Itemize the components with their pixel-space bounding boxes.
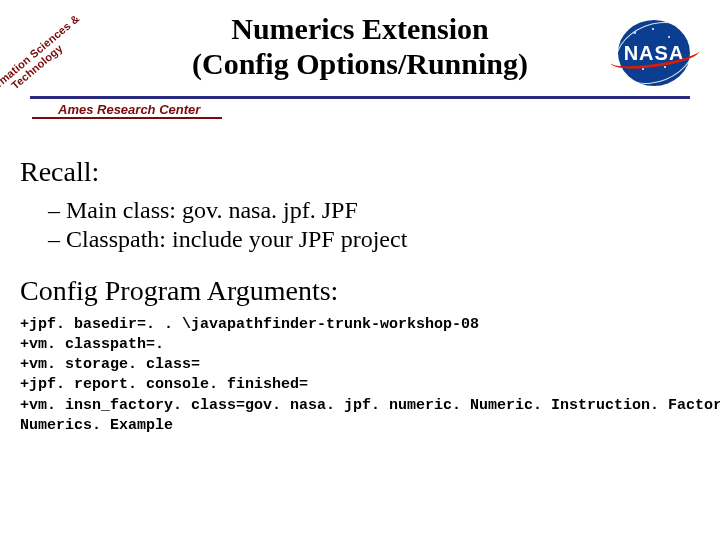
ames-underline — [32, 117, 222, 119]
header: Numerics Extension (Config Options/Runni… — [0, 0, 720, 124]
code-line: +vm. insn_factory. class=gov. nasa. jpf.… — [20, 397, 720, 414]
code-line: +vm. storage. class= — [20, 356, 200, 373]
code-line: Numerics. Example — [20, 417, 173, 434]
section-config-args: Config Program Arguments: — [20, 275, 700, 307]
nasa-logo-icon: NASA — [612, 18, 696, 88]
nasa-star — [652, 28, 654, 30]
config-args-code: +jpf. basedir=. . \javapathfinder-trunk-… — [20, 315, 700, 437]
code-line: +vm. classpath=. — [20, 336, 164, 353]
body: Recall: – Main class: gov. nasa. jpf. JP… — [0, 124, 720, 436]
bullet-main-class: – Main class: gov. nasa. jpf. JPF — [48, 196, 700, 225]
code-line: +jpf. basedir=. . \javapathfinder-trunk-… — [20, 316, 479, 333]
nasa-star — [634, 32, 636, 34]
bullet-classpath: – Classpath: include your JPF project — [48, 225, 700, 254]
nasa-star — [668, 36, 670, 38]
recall-bullets: – Main class: gov. nasa. jpf. JPF – Clas… — [48, 196, 700, 255]
section-recall: Recall: — [20, 156, 700, 188]
title-underline — [30, 96, 690, 99]
slide: Numerics Extension (Config Options/Runni… — [0, 0, 720, 540]
title-line-2: (Config Options/Running) — [192, 47, 528, 80]
nasa-star — [664, 66, 666, 68]
ames-label: Ames Research Center — [58, 102, 200, 117]
slide-title: Numerics Extension (Config Options/Runni… — [100, 12, 620, 81]
code-line: +jpf. report. console. finished= — [20, 376, 308, 393]
title-line-1: Numerics Extension — [231, 12, 489, 45]
